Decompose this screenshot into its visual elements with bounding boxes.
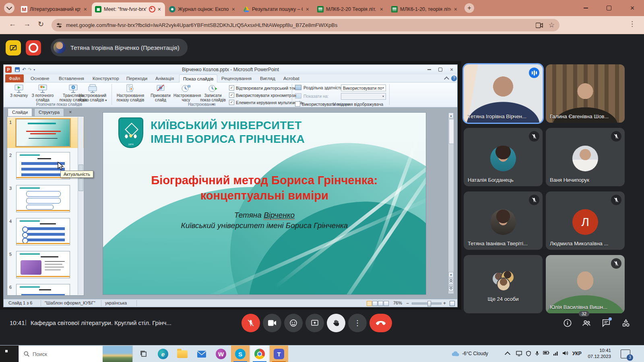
ribbon-tab-insert[interactable]: Вставлення [55,74,88,82]
ribbon-tab-animations[interactable]: Анімація [152,74,178,82]
participant-tile[interactable]: Галина Євгенівна Шов... [546,64,625,123]
ribbon-tab-acrobat[interactable]: Acrobat [280,74,303,82]
zoom-percentage[interactable]: 76% [393,300,402,305]
participant-tile[interactable]: Наталія Богданець [464,128,543,186]
view-sorter-icon[interactable] [372,301,378,306]
activities-button[interactable] [621,318,631,328]
teams-button[interactable]: T [270,346,288,362]
raise-hand-button[interactable] [327,314,345,332]
panel-scrollbar[interactable] [78,117,83,295]
slide-scrollbar[interactable]: ▲ ▼ [448,112,454,294]
address-bar[interactable]: meet.google.com/fnw-fvsr-brx?fbclid=IwAR… [52,19,559,31]
end-call-button[interactable] [369,314,392,332]
tray-expand-icon[interactable] [505,352,510,357]
panel-close-icon[interactable]: × [69,109,72,115]
setup-slideshow-button[interactable]: Настроювання показу слайдів [113,84,148,102]
url-text[interactable]: meet.google.com/fnw-fvsr-brx?fbclid=IwAR… [66,22,536,28]
panel-tab-outline[interactable]: Структура [34,108,64,116]
next-slide-button[interactable] [448,286,454,291]
status-language[interactable]: українська [105,300,127,305]
ppt-close-button[interactable]: × [446,66,457,73]
panel-tab-slides[interactable]: Слайди [8,108,32,116]
bookmark-star-icon[interactable]: ☆ [549,21,555,29]
fit-to-window-icon[interactable] [450,301,455,306]
task-view-button[interactable] [134,346,153,362]
ribbon-collapse-icon[interactable] [444,76,449,82]
ribbon-tab-design[interactable]: Конструктор [89,74,123,82]
presentation-warning-button[interactable] [6,40,21,56]
new-tab-button[interactable]: + [464,3,474,13]
ribbon-tab-home[interactable]: Основне [27,74,53,82]
qat-caret-icon[interactable]: ▾ [33,68,35,72]
start-button[interactable] [0,346,19,362]
zoom-out-icon[interactable]: − [406,300,409,306]
system-tray[interactable] [516,351,568,356]
window-maximize-button[interactable] [600,0,618,16]
from-beginning-button[interactable]: З початку [8,84,29,98]
taskbar-clock[interactable]: 10:41 07.12.2023 [588,348,611,360]
window-close-button[interactable]: × [623,0,642,16]
chrome-button[interactable] [250,346,269,362]
ribbon-tab-file[interactable]: Файл [5,74,24,82]
zoom-in-icon[interactable]: + [443,300,446,306]
ribbon-tab-slideshow[interactable]: Показ слайдів [179,74,217,83]
participant-tile[interactable]: Тетяна Ігорівна Вірчен... [464,64,543,123]
slide-scrollbar-thumb[interactable] [449,119,454,144]
ppt-minimize-button[interactable] [423,66,435,73]
tab-search-button[interactable] [4,3,14,13]
mic-toggle-button[interactable] [242,314,260,332]
present-screen-button[interactable] [305,314,324,332]
skype-button[interactable]: S [231,346,250,362]
view-reading-icon[interactable] [378,301,383,306]
tab-close-icon[interactable]: × [157,6,162,12]
tab-close-icon[interactable]: × [83,6,88,12]
browser-tab-sheet1[interactable]: МЛК6-2-20 Теорія літ. - Goc × [314,2,387,16]
overflow-participants-tile[interactable]: Ще 24 особи [464,255,543,313]
scroll-down-icon[interactable]: ▼ [448,272,454,278]
camera-icon[interactable] [536,23,543,28]
browser-tab-journal[interactable]: Журнал оцінок: Експорт × [166,2,239,16]
participant-tile[interactable]: Юлія Василівна Вишн... [546,255,625,313]
recording-button[interactable] [26,40,41,56]
w-app-button[interactable]: W [212,346,230,362]
from-current-slide-button[interactable]: З поточного слайда [30,84,55,102]
panel-scrollbar-thumb[interactable] [78,165,83,191]
view-slideshow-icon[interactable] [384,301,389,306]
checkbox-timings[interactable]: ✓ Використовувати хронометраж [229,93,297,98]
zoom-slider[interactable] [412,302,442,304]
ppt-restore-button[interactable] [435,66,446,73]
mail-button[interactable] [192,346,211,362]
edge-button[interactable]: e [154,346,172,362]
presenter-pill[interactable]: Тетяна Ігорівна Вірченко (Презентація) [51,39,188,56]
previous-slide-button[interactable] [448,279,454,284]
more-options-button[interactable]: ⋮ [348,314,367,332]
participant-tile[interactable]: Ваня Ничипорук [546,128,625,186]
save-icon[interactable] [15,67,20,72]
chat-button[interactable] [601,318,611,328]
zoom-slider-thumb[interactable] [427,301,431,306]
scroll-up-icon[interactable]: ▲ [448,113,454,118]
browser-menu-kebab-icon[interactable]: ⋮ [629,20,636,28]
browser-tab-gmail[interactable]: M Літературознавчий круглий × [18,2,91,16]
reload-icon[interactable]: ↻ [38,20,44,29]
custom-slideshow-button[interactable]: Настроюваний показ слайдів ▾ [77,84,108,103]
window-minimize-button[interactable] [576,0,595,16]
forward-icon[interactable]: → [23,20,31,28]
tab-close-icon[interactable]: × [379,6,384,12]
notification-center-button[interactable]: 3 [621,350,630,358]
show-on-dropdown[interactable]: ▾ [341,93,386,100]
view-normal-icon[interactable] [367,301,372,306]
ribbon-tab-transitions[interactable]: Переходи [123,74,151,82]
tab-close-icon[interactable]: × [305,6,310,12]
participant-tile[interactable]: Тетяна Іванівна Тверіті... [464,191,543,250]
resolution-dropdown[interactable]: Використовувати пот... ▾ [341,84,386,91]
taskbar-search[interactable]: Поиск [19,346,133,362]
browser-tab-sheet2[interactable]: МЛК6-1-20, теорія літерату × [388,2,461,16]
rehearse-timings-button[interactable]: Настроювання часу [173,84,198,102]
ribbon-tab-review[interactable]: Рецензування [218,74,255,82]
checkbox-narration[interactable]: ✓ Відтворювати дикторський текст [229,85,299,90]
undo-icon[interactable]: ↶ [22,67,26,72]
site-info-icon[interactable] [56,23,62,28]
hide-slide-button[interactable]: Приховати слайд [149,84,173,102]
browser-tab-meet[interactable]: ▣ Meet: "fnw-fvsr-brx" × [92,2,165,16]
